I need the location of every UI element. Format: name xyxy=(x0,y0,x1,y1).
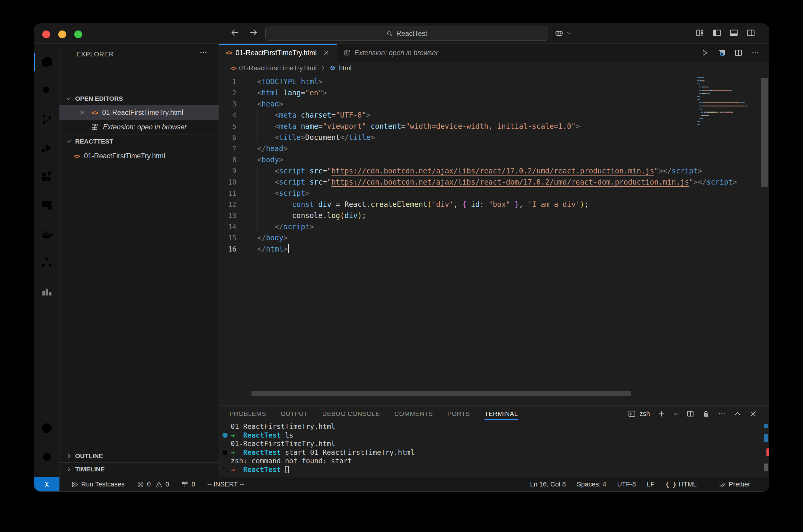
chevron-down-icon xyxy=(566,31,571,36)
activity-live-share-icon[interactable] xyxy=(34,250,59,275)
code-line-16[interactable]: 16</html> xyxy=(219,244,769,255)
panel-tab-debug-console[interactable]: DEBUG CONSOLE xyxy=(322,406,380,422)
panel-tab-terminal[interactable]: TERMINAL xyxy=(485,406,518,422)
command-error-icon xyxy=(221,449,229,456)
chevron-right-icon xyxy=(320,65,326,72)
minimize-window-button[interactable] xyxy=(58,31,66,38)
section-outline[interactable]: OUTLINE xyxy=(59,449,219,462)
customize-layout-icon[interactable] xyxy=(695,28,705,38)
section-timeline[interactable]: TIMELINE xyxy=(59,462,219,476)
activity-chart-icon[interactable] xyxy=(34,278,59,304)
file-tree-item[interactable]: <> 01-ReactFirstTimeTry.html xyxy=(59,149,219,163)
editor-cursor xyxy=(288,244,289,253)
activity-extensions-icon[interactable] xyxy=(34,164,59,189)
close-panel-icon[interactable] xyxy=(749,410,758,418)
indentation-status[interactable]: Spaces: 4 xyxy=(577,477,606,492)
sidebar-more-actions-icon[interactable] xyxy=(199,48,208,57)
more-actions-icon[interactable] xyxy=(717,410,726,418)
code-editor[interactable]: 1<!DOCTYPE html>2<html lang="en">3<head>… xyxy=(219,75,769,405)
ports-status[interactable]: 0 xyxy=(181,477,195,492)
activity-search-icon[interactable] xyxy=(34,78,59,103)
code-line-15[interactable]: 15</body> xyxy=(219,232,769,244)
horizontal-scrollbar[interactable] xyxy=(252,391,631,396)
terminal-line-1: 01-ReactFirstTimeTry.html xyxy=(219,422,760,431)
shell-label[interactable]: zsh xyxy=(640,410,650,418)
forward-arrow-icon[interactable] xyxy=(249,27,259,38)
open-editor-item-extension[interactable]: Extension: open in browser xyxy=(59,120,219,134)
section-open-editors[interactable]: OPEN EDITORS xyxy=(59,92,219,105)
search-value: ReactTest xyxy=(396,30,427,38)
code-line-8[interactable]: 8<body> xyxy=(219,154,769,166)
activity-docker-icon[interactable] xyxy=(34,221,59,246)
cursor-position[interactable]: Ln 16, Col 8 xyxy=(530,477,566,492)
encoding-status[interactable]: UTF-8 xyxy=(617,477,636,492)
code-line-7[interactable]: 7</head> xyxy=(219,143,769,154)
code-line-4[interactable]: 4 <meta charset="UTF-8"> xyxy=(219,110,769,121)
code-line-9[interactable]: 9 <script src="https://cdn.bootcdn.net/a… xyxy=(219,166,769,177)
run-file-icon[interactable] xyxy=(700,48,709,57)
explorer-sidebar: EXPLORER OPEN EDITORS <> 01-ReactFirstTi… xyxy=(59,44,219,477)
activity-explorer-icon[interactable] xyxy=(34,49,59,75)
breadcrumb[interactable]: <> 01-ReactFirstTimeTry.html html xyxy=(219,62,769,75)
code-line-5[interactable]: 5 <meta name="viewport" content="width=d… xyxy=(219,121,769,132)
code-line-6[interactable]: 6 <title>Document</title> xyxy=(219,132,769,143)
code-line-13[interactable]: 13 console.log(div); xyxy=(219,210,769,221)
eol-status[interactable]: LF xyxy=(647,477,655,492)
activity-source-control-icon[interactable] xyxy=(34,107,59,132)
command-center-search[interactable]: ReactTest xyxy=(266,26,548,41)
panel-tab-ports[interactable]: PORTS xyxy=(448,406,470,422)
split-editor-icon[interactable] xyxy=(734,48,743,57)
split-terminal-icon[interactable] xyxy=(686,410,695,418)
code-line-1[interactable]: 1<!DOCTYPE html> xyxy=(219,76,769,88)
terminal-cursor xyxy=(285,466,289,473)
code-line-12[interactable]: 12 const div = React.createElement('div'… xyxy=(219,199,769,210)
kill-terminal-icon[interactable] xyxy=(702,410,710,418)
html-file-icon: <> xyxy=(230,65,236,72)
zoom-window-button[interactable] xyxy=(74,31,82,38)
terminal-prompt-icon xyxy=(627,410,636,418)
back-arrow-icon[interactable] xyxy=(230,27,240,38)
code-line-2[interactable]: 2<html lang="en"> xyxy=(219,88,769,99)
chevron-down-icon xyxy=(66,138,72,145)
run-testcases-button[interactable]: Run Testcases xyxy=(71,477,125,492)
vertical-scrollbar[interactable] xyxy=(761,78,768,187)
panel-tab-output[interactable]: OUTPUT xyxy=(281,406,308,422)
close-icon[interactable] xyxy=(79,109,86,116)
tab-extension-preview[interactable]: Extension: open in browser xyxy=(337,44,445,62)
code-line-3[interactable]: 3<head> xyxy=(219,99,769,110)
formatter-status[interactable]: Prettier xyxy=(718,477,750,492)
code-lines: 1<!DOCTYPE html>2<html lang="en">3<head>… xyxy=(219,76,769,255)
language-mode[interactable]: { } HTML xyxy=(665,477,697,492)
terminal[interactable]: 01-ReactFirstTimeTry.html→ ReactTest ls0… xyxy=(219,422,760,477)
activity-accounts-icon[interactable] xyxy=(34,416,59,441)
new-terminal-icon[interactable] xyxy=(657,410,665,418)
tab-active-file[interactable]: <> 01-ReactFirstTimeTry.html xyxy=(219,44,337,62)
remote-indicator[interactable] xyxy=(34,477,59,492)
close-icon[interactable] xyxy=(323,49,330,56)
open-editor-item-active[interactable]: <> 01-ReactFirstTimeTry.html xyxy=(59,105,219,120)
extension-icon xyxy=(91,123,99,131)
close-window-button[interactable] xyxy=(42,31,50,38)
toggle-panel-icon[interactable] xyxy=(729,28,739,38)
terminal-dropdown-icon[interactable] xyxy=(673,411,679,417)
section-workspace[interactable]: REACTTEST xyxy=(59,135,219,148)
code-line-14[interactable]: 14 </script> xyxy=(219,221,769,232)
open-preview-icon[interactable] xyxy=(717,48,726,57)
copilot-menu[interactable] xyxy=(554,28,571,38)
more-actions-icon[interactable] xyxy=(751,48,760,57)
activity-settings-icon[interactable] xyxy=(34,444,59,470)
terminal-line-3: 01-ReactFirstTimeTry.html xyxy=(219,439,760,448)
activity-remote-explorer-icon[interactable] xyxy=(34,192,59,218)
minimap[interactable] xyxy=(697,77,752,137)
toggle-sidebar-icon[interactable] xyxy=(712,28,722,38)
panel-tab-comments[interactable]: COMMENTS xyxy=(394,406,433,422)
html-file-icon: <> xyxy=(225,49,232,56)
problems-status[interactable]: 0 0 xyxy=(137,477,169,492)
activity-run-debug-icon[interactable] xyxy=(34,135,59,160)
terminal-overview-mark xyxy=(764,463,768,471)
code-line-10[interactable]: 10 <script src="https://cdn.bootcdn.net/… xyxy=(219,177,769,188)
maximize-panel-icon[interactable] xyxy=(733,410,742,418)
panel-tab-problems[interactable]: PROBLEMS xyxy=(230,406,266,422)
code-line-11[interactable]: 11 <script> xyxy=(219,188,769,199)
toggle-secondary-sidebar-icon[interactable] xyxy=(746,28,755,38)
